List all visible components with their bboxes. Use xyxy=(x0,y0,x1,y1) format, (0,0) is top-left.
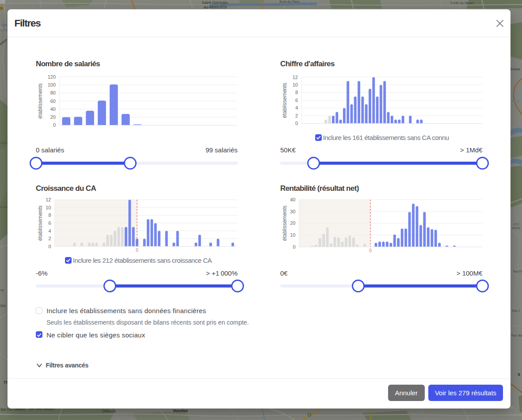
svg-text:6: 6 xyxy=(48,220,51,226)
svg-text:8: 8 xyxy=(295,90,298,95)
svg-text:0: 0 xyxy=(293,244,295,250)
svg-text:60: 60 xyxy=(50,98,56,104)
svg-text:100: 100 xyxy=(48,82,56,87)
svg-text:40: 40 xyxy=(50,106,56,112)
svg-text:0: 0 xyxy=(53,122,56,128)
svg-text:4: 4 xyxy=(295,105,298,110)
svg-text:établissements: établissements xyxy=(37,83,43,119)
svg-text:12: 12 xyxy=(46,197,51,202)
svg-text:établissements: établissements xyxy=(282,205,288,241)
svg-text:20: 20 xyxy=(50,114,56,120)
svg-text:40: 40 xyxy=(290,197,295,202)
svg-text:6: 6 xyxy=(295,98,298,103)
svg-text:10: 10 xyxy=(293,82,298,87)
svg-text:80: 80 xyxy=(50,90,56,95)
svg-text:établissements: établissements xyxy=(37,205,43,241)
svg-text:20: 20 xyxy=(290,220,295,226)
svg-text:0: 0 xyxy=(48,244,51,249)
svg-text:120: 120 xyxy=(48,74,56,79)
svg-text:10: 10 xyxy=(290,232,295,238)
svg-text:12: 12 xyxy=(293,75,298,80)
svg-text:30: 30 xyxy=(290,209,295,214)
svg-text:0: 0 xyxy=(136,248,138,253)
svg-text:2: 2 xyxy=(48,236,51,241)
svg-text:10: 10 xyxy=(46,205,51,210)
svg-text:4: 4 xyxy=(48,228,51,234)
svg-text:0: 0 xyxy=(295,121,298,126)
svg-text:0: 0 xyxy=(369,248,372,253)
svg-text:8: 8 xyxy=(48,212,51,218)
svg-text:2: 2 xyxy=(295,113,298,118)
svg-text:établissements: établissements xyxy=(282,83,288,118)
